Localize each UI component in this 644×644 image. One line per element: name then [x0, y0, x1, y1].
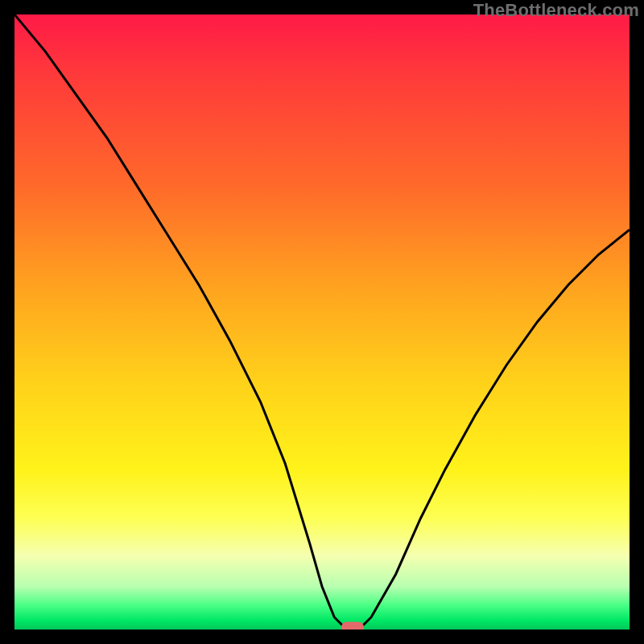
optimum-marker [341, 622, 364, 630]
curve-path [14, 14, 630, 630]
chart-frame: TheBottleneck.com [0, 0, 644, 644]
plot-area [14, 14, 630, 630]
watermark-text: TheBottleneck.com [473, 0, 639, 21]
bottleneck-curve [14, 14, 630, 630]
